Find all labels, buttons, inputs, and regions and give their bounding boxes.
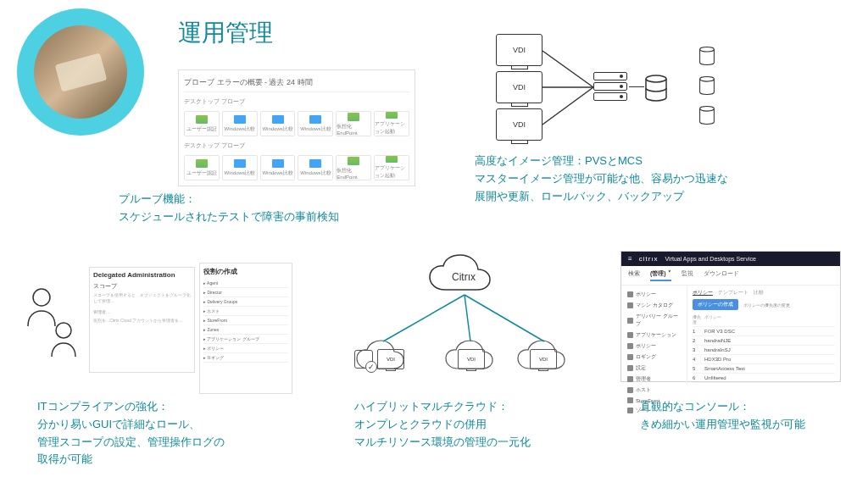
svg-line-11 bbox=[465, 295, 470, 341]
citrix-console: ≡ citrıx Virtual Apps and Desktops Servi… bbox=[620, 251, 841, 382]
vdi-monitor: VDI bbox=[496, 71, 542, 103]
svg-line-4 bbox=[542, 51, 593, 87]
role-row: ▸ Zones bbox=[203, 325, 288, 335]
col-policy: ポリシー bbox=[704, 314, 835, 324]
console-tab[interactable]: ダウンロード bbox=[704, 269, 739, 281]
vdi-small-1: VDI bbox=[377, 349, 404, 369]
policy-row[interactable]: 4HDX3D Pro bbox=[693, 355, 835, 364]
hybrid-text-2: オンプレとクラウドの併用 bbox=[354, 418, 487, 430]
role-row: ▸ Delivery Groups bbox=[203, 297, 288, 307]
console-header: ≡ citrıx Virtual Apps and Desktops Servi… bbox=[621, 252, 840, 266]
console-main-tab-1[interactable]: テンプレート bbox=[718, 289, 748, 297]
probe-description: プルーブ機能： スケジュールされたテストで障害の事前検知 bbox=[119, 191, 339, 226]
hybrid-description: ハイブリットマルチクラウド： オンプレとクラウドの併用 マルチリソース環境の管理… bbox=[354, 398, 531, 451]
probe-cell: ユーザー認証 bbox=[184, 155, 220, 180]
probe-cell: Windows比較 bbox=[222, 155, 258, 180]
probe-cell: アプリケーション起動 bbox=[374, 111, 409, 136]
compliance-description: ITコンプライアンの強化： 分かり易いGUIで詳細なロール、 管理スコープの設定… bbox=[37, 398, 225, 469]
svg-text:Citrıx: Citrıx bbox=[452, 271, 476, 283]
policy-row[interactable]: 3handraInSJ bbox=[693, 346, 835, 355]
image-mgmt-diagram: VDIVDIVDI bbox=[483, 25, 763, 144]
probe-cell: アプリケーション起動 bbox=[374, 155, 409, 180]
role-row: ▸ StoreFront bbox=[203, 316, 288, 325]
col-priority: 優先度 bbox=[693, 314, 704, 324]
probe-header: プローブ エラーの概要 - 過去 24 時間 bbox=[184, 75, 409, 92]
image-mgmt-description: 高度なイメージ管理：PVSとMCS マスターイメージ管理が可能な他、容易かつ迅速… bbox=[475, 152, 728, 205]
compl-text-3: 管理スコープの設定、管理操作ログの bbox=[37, 435, 225, 448]
probe-panel: プローブ エラーの概要 - 過去 24 時間 デスクトップ プローブ ユーザー認… bbox=[178, 69, 415, 186]
probe-cell: 仮想化EndPoint bbox=[336, 111, 371, 136]
wire-fan bbox=[542, 47, 593, 131]
probe-text-1: プルーブ機能： bbox=[119, 192, 196, 205]
console-sidebar: ポリシーマシン カタログデリバリー グループアプリケーションポリシーロギング設定… bbox=[621, 286, 687, 385]
dlg2-title: 役割の作成 bbox=[203, 267, 288, 276]
role-row: ▸ Agent bbox=[203, 279, 288, 288]
probe-grid-2: ユーザー認証Windows比較Windows比較Windows比較仮想化EndP… bbox=[184, 155, 409, 180]
imgmt-text-1: 高度なイメージ管理：PVSとMCS bbox=[475, 154, 643, 167]
svg-line-12 bbox=[465, 295, 544, 341]
console-text-2: きめ細かい運用管理や監視が可能 bbox=[640, 418, 805, 430]
probe-text-2: スケジュールされたテストで障害の事前検知 bbox=[119, 210, 339, 223]
policy-row[interactable]: 5SmartAccess Test bbox=[693, 364, 835, 374]
console-text-1: 直観的なコンソール： bbox=[640, 400, 750, 413]
role-row: ▸ ポリシー bbox=[203, 344, 288, 353]
compliance-figure: Delegated Administration スコープ スコープを使用すると… bbox=[25, 263, 280, 390]
console-tab[interactable]: 監視 bbox=[682, 269, 693, 281]
page-title: 運用管理 bbox=[178, 17, 273, 49]
sidebar-item[interactable]: ホスト bbox=[625, 385, 683, 396]
server-icon bbox=[593, 72, 627, 104]
console-brand: citrıx bbox=[639, 255, 659, 263]
console-breadcrumb: ポリシーの優先度の変更 bbox=[743, 302, 790, 308]
sidebar-item[interactable]: 設定 bbox=[625, 363, 683, 374]
hamburger-icon[interactable]: ≡ bbox=[628, 255, 632, 263]
console-main-tab-2[interactable]: 比較 bbox=[754, 289, 764, 297]
create-policy-button[interactable]: ポリシーの作成 bbox=[693, 299, 738, 310]
svg-point-0 bbox=[646, 75, 666, 82]
svg-point-8 bbox=[56, 323, 71, 338]
policy-row[interactable]: 6Unfiltered bbox=[693, 374, 835, 383]
probe-section2: デスクトップ プローブ bbox=[184, 141, 409, 150]
sidebar-item[interactable]: アプリケーション bbox=[625, 330, 683, 341]
database-icon-1 bbox=[698, 47, 715, 65]
sidebar-item[interactable]: ポリシー bbox=[625, 341, 683, 352]
probe-cell: Windows比較 bbox=[222, 111, 258, 136]
probe-grid-1: ユーザー認証Windows比較Windows比較Windows比較仮想化EndP… bbox=[184, 111, 409, 136]
policy-row[interactable]: 1FOR V3 DSC bbox=[693, 327, 835, 336]
sidebar-item[interactable]: 管理者 bbox=[625, 374, 683, 385]
wire-db bbox=[629, 86, 644, 87]
database-icon-main bbox=[644, 75, 668, 102]
hybrid-text-1: ハイブリットマルチクラウド： bbox=[354, 400, 509, 413]
hero-photo bbox=[17, 8, 144, 136]
database-icon-3 bbox=[698, 106, 715, 125]
console-main-tab-0[interactable]: ポリシー bbox=[693, 289, 713, 297]
dlg1-section: スコープ bbox=[93, 282, 191, 291]
vdi-stack: VDIVDIVDI bbox=[496, 34, 542, 146]
role-row: ▸ Director bbox=[203, 288, 288, 297]
svg-point-2 bbox=[700, 77, 715, 82]
imgmt-text-2: マスターイメージ管理が可能な他、容易かつ迅速な bbox=[475, 172, 728, 185]
probe-cell: ユーザー認証 bbox=[184, 111, 220, 136]
probe-cell: Windows比較 bbox=[260, 111, 296, 136]
role-row: ▸ ロギング bbox=[203, 353, 288, 363]
policy-row[interactable]: 2handraiNJE bbox=[693, 336, 835, 346]
hybrid-cloud-diagram: Citrıx VDI VDI VDI bbox=[339, 254, 585, 390]
compl-text-2: 分かり易いGUIで詳細なロール、 bbox=[37, 418, 200, 430]
people-icon bbox=[23, 284, 84, 368]
imgmt-text-3: 展開や更新、ロールバック、バックアップ bbox=[475, 190, 684, 202]
role-row: ▸ アプリケーション グループ bbox=[203, 335, 288, 344]
vdi-small-3: VDI bbox=[530, 349, 557, 369]
compl-text-1: ITコンプライアンの強化： bbox=[37, 400, 169, 413]
console-tab[interactable]: (管理) ˅ bbox=[650, 269, 671, 281]
sidebar-item[interactable]: マシン カタログ bbox=[625, 300, 683, 311]
probe-cell: Windows比較 bbox=[298, 155, 333, 180]
checked-box-icon bbox=[354, 350, 373, 369]
console-title: Virtual Apps and Desktops Service bbox=[665, 256, 756, 262]
sidebar-item[interactable]: ロギング bbox=[625, 352, 683, 363]
vdi-monitor: VDI bbox=[496, 34, 542, 66]
sidebar-item[interactable]: デリバリー グループ bbox=[625, 311, 683, 330]
compl-text-4: 取得が可能 bbox=[37, 452, 92, 465]
console-tab[interactable]: 検索 bbox=[628, 269, 640, 281]
cloud-branches bbox=[381, 295, 551, 346]
svg-line-10 bbox=[383, 295, 465, 341]
sidebar-item[interactable]: ポリシー bbox=[625, 289, 683, 300]
